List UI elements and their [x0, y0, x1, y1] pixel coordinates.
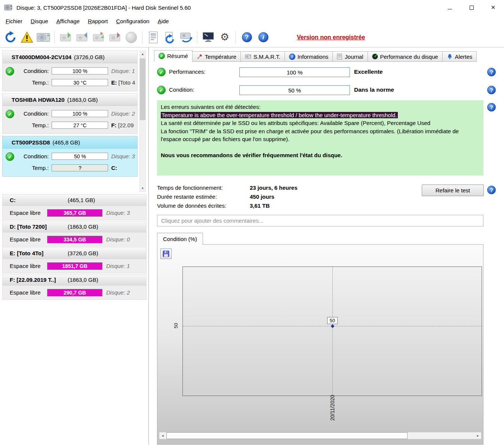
condition-chart-panel: 50 50 20/11/2020 ◄ ► — [157, 244, 483, 445]
help-icon[interactable]: ? — [487, 103, 496, 112]
partition-entry-d[interactable]: D: [Toto 7200] (1863,0 GB) Espace libre … — [2, 221, 147, 247]
menu-affichage[interactable]: Affichage — [52, 16, 84, 27]
help-icon[interactable]: ? — [487, 186, 496, 194]
temp-label: Temp.: — [16, 122, 49, 128]
retest-button[interactable]: Refaire le test — [422, 185, 484, 196]
tab-journal[interactable]: Journal — [333, 51, 368, 62]
scroll-up-arrow[interactable]: ▲ — [140, 51, 145, 57]
disk-arrow-gray-icon — [108, 31, 122, 43]
stat-label: Volume de données écrites: — [157, 202, 250, 209]
disk-name: ST4000DM004-2CV104 — [12, 54, 71, 60]
detect-disk-blue-button[interactable] — [74, 29, 90, 46]
disk-number: Disque: 3 — [111, 153, 136, 159]
sphere-icon — [126, 32, 137, 43]
gauge-icon — [372, 54, 378, 60]
health-recommendation: Nous vous recommandons de vérifier fréqu… — [161, 151, 480, 159]
help-button[interactable]: ? — [239, 29, 255, 46]
chart-tab-condition[interactable]: Condition (%) — [157, 233, 203, 245]
detect-disk-red-button[interactable] — [90, 29, 107, 46]
tab-performance[interactable]: Performance du disque — [368, 51, 443, 62]
status-ok-icon: ✓ — [157, 86, 166, 94]
drive-assignment: F: [22.09 — [111, 122, 136, 128]
tab-resume[interactable]: ✓ Résumé — [154, 50, 193, 62]
monitor-button[interactable] — [200, 29, 216, 46]
disk-status-ok-icon: ✓ — [6, 110, 14, 118]
menu-configuration[interactable]: Configuration — [112, 16, 153, 27]
report-document-icon — [148, 31, 158, 43]
refresh-button[interactable] — [2, 29, 19, 46]
detect-disk-green-button[interactable] — [57, 29, 74, 46]
menu-disque[interactable]: Disque — [27, 16, 52, 27]
disk-entry-st4000[interactable]: ST4000DM004-2CV104 (3726,0 GB) ✓ Conditi… — [2, 51, 138, 91]
scroll-down-arrow[interactable]: ▼ — [140, 185, 145, 192]
scrollbar-thumb[interactable] — [166, 432, 408, 439]
disk-entry-toshiba[interactable]: TOSHIBA HDWA120 (1863,0 GB) ✓ Condition:… — [2, 93, 138, 134]
disk-list-scrollbar[interactable]: ▲ ▼ — [139, 51, 146, 192]
network-disk-icon — [179, 31, 193, 43]
monitor-icon — [202, 31, 215, 43]
settings-button[interactable]: ⚙ — [216, 29, 233, 46]
maximize-button[interactable] — [461, 0, 482, 15]
comment-input[interactable] — [157, 215, 483, 226]
tab-alertes[interactable]: Alertes — [443, 51, 477, 62]
tab-smart[interactable]: S.M.A.R.T. — [241, 51, 285, 62]
disk-header: CT500P2SSD8 (465,8 GB) — [3, 136, 137, 149]
menu-fichier[interactable]: Fichier — [1, 16, 27, 27]
left-panel: ST4000DM004-2CV104 (3726,0 GB) ✓ Conditi… — [0, 47, 149, 445]
partition-entry-e[interactable]: E: [Toto 4To] (3726,0 GB) Espace libre 1… — [2, 247, 147, 273]
scrollbar-thumb[interactable] — [140, 58, 145, 120]
network-disk-button[interactable] — [178, 29, 194, 46]
partition-list: C: (465,1 GB) Espace libre 365,7 GB Disq… — [2, 194, 147, 301]
stat-row: Durée restante estimée: 450 jours — [157, 192, 298, 201]
disk-list: ST4000DM004-2CV104 (3726,0 GB) ✓ Conditi… — [2, 51, 138, 179]
close-button[interactable]: ✕ — [482, 0, 504, 15]
save-chart-button[interactable] — [160, 249, 172, 259]
tab-temperature[interactable]: Température — [193, 51, 241, 62]
partition-entry-f[interactable]: F: [22.09.2019 T..] (1863,0 GB) Espace l… — [2, 274, 147, 300]
warnings-button[interactable] — [19, 29, 35, 46]
disk-overview-button[interactable] — [35, 29, 52, 46]
scroll-left-arrow[interactable]: ◄ — [159, 432, 166, 439]
disk-number: Disque: 1 — [106, 263, 130, 269]
help-icon[interactable]: ? — [487, 86, 496, 94]
close-icon: ✕ — [491, 4, 496, 11]
partition-entry-c[interactable]: C: (465,1 GB) Espace libre 365,7 GB Disq… — [2, 194, 147, 220]
refresh-info-button[interactable] — [162, 29, 178, 46]
partition-size: (3726,0 GB) — [68, 250, 98, 256]
scroll-right-arrow[interactable]: ► — [474, 432, 481, 439]
disk-entry-ct500-selected[interactable]: CT500P2SSD8 (465,8 GB) ✓ Condition: 50 %… — [2, 136, 138, 177]
disk-number: Disque: 3 — [106, 210, 130, 216]
partition-title: E: [Toto 4To] — [10, 250, 68, 256]
toolbar: ⚙ ? i Version non enregistrée — [0, 27, 504, 47]
disk-number: Disque: 1 — [111, 68, 136, 74]
stat-value: 450 jours — [250, 193, 274, 200]
stat-row: Temps de fonctionnement: 23 jours, 6 heu… — [157, 183, 298, 192]
sphere-button[interactable] — [123, 29, 139, 46]
condition-value: 50 % — [240, 86, 350, 95]
menu-aide[interactable]: Aide — [154, 16, 173, 27]
minimize-button[interactable] — [439, 0, 461, 15]
detect-disk-gray-button[interactable] — [107, 29, 123, 46]
temp-bar: ? — [52, 164, 108, 171]
app-window: Disque: 3, CT500P2SSD8 [2026E2B01FDA] - … — [0, 0, 504, 445]
report-button[interactable] — [145, 29, 162, 46]
main-panel: ✓ Résumé Température S.M.A.R.T. i Inform… — [149, 47, 504, 445]
stat-row: Volume de données écrites: 3,61 TB — [157, 201, 298, 210]
partition-title: D: [Toto 7200] — [10, 223, 68, 230]
condition-row: ✓ Condition: 50 % Dans la norme ? — [157, 85, 496, 95]
app-icon — [4, 4, 13, 11]
condition-label: Condition: — [16, 68, 49, 74]
tab-informations[interactable]: i Informations — [285, 51, 333, 62]
disk-arrow-red-icon — [92, 31, 105, 43]
help-icon[interactable]: ? — [487, 68, 496, 76]
tab-row: ✓ Résumé Température S.M.A.R.T. i Inform… — [154, 50, 477, 62]
about-button[interactable]: i — [255, 29, 271, 46]
free-space-bar: 1851,7 GB — [47, 262, 102, 270]
free-space-label: Espace libre — [10, 289, 47, 296]
menu-rapport[interactable]: Rapport — [84, 16, 112, 27]
unregistered-version-link[interactable]: Version non enregistrée — [297, 34, 365, 41]
performance-row: ✓ Performances: 100 % Excellente ? — [157, 67, 496, 77]
disk-size: (3726,0 GB) — [74, 54, 105, 60]
disk-number: Disque: 2 — [111, 110, 136, 117]
chart-horizontal-scrollbar[interactable]: ◄ ► — [159, 432, 482, 439]
